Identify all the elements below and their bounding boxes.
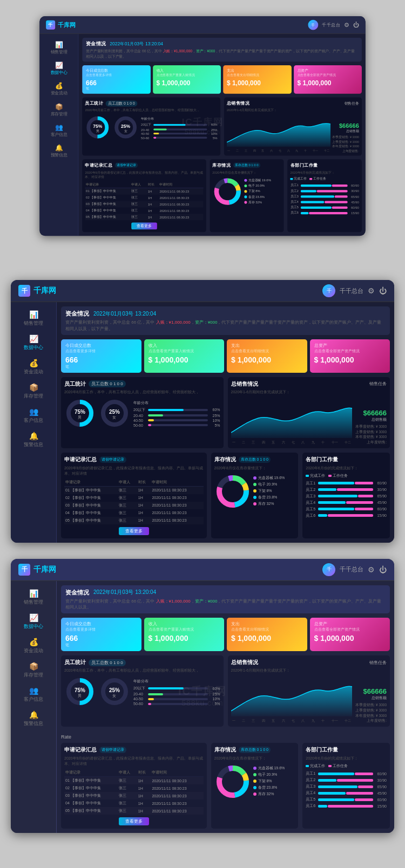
table-row: 02 【事假】申中申集张三1H2020/11/11 08:30:23 bbox=[64, 784, 204, 792]
inv-header-1: 库存情况 库存总数 0 1 0 0 bbox=[212, 162, 281, 169]
rec-table-3: 申请记录申请人时长申请时间 01 【事假】申中申集张三1H2020/11/11 … bbox=[64, 769, 204, 815]
data-icon-1: 📈 bbox=[55, 61, 63, 69]
user-avatar-1: 千 bbox=[308, 20, 319, 30]
sidebar-1: 📊 销售管理 📈 数据中心 💰 资金流动 📦 库存管理 👥 客户信 bbox=[39, 34, 78, 236]
wl-row-3: 员工3 65/90 bbox=[291, 194, 359, 199]
nav-inventory-1[interactable]: 📦 库存管理 bbox=[39, 100, 78, 120]
user-name-3: 千千总台 bbox=[340, 565, 363, 573]
inv-donut-2: 光盘器械 19.6% 电子 20.9% 下架 8% 备货 23.8% 库存 32… bbox=[214, 473, 295, 510]
main-panel-1: 资金情况 2022年01月03号 13:20:04 资产产量利资利资利资，其中总… bbox=[79, 34, 366, 236]
wl-legend-1: 完成工作 工作任务 bbox=[291, 177, 359, 182]
brand-name: 千库网 bbox=[58, 21, 76, 29]
power-icon-2[interactable]: ⏻ bbox=[379, 286, 387, 295]
table-row: 02 【事假】申中申集张三1H2020/11/11 08:30:23 bbox=[85, 195, 203, 201]
records-panel-1: 申请记录汇总 请假申请记录 2020年9月份的请假记录汇总，此报表记录有报表信息… bbox=[82, 160, 206, 233]
kcard-assets-2[interactable]: 总资产 点击查看全部资产资产情况 $ 1,000,000 bbox=[310, 339, 390, 373]
nav-sales-1[interactable]: 📊 销售管理 bbox=[39, 38, 78, 58]
sidebar-3: 📊销售管理 📈数据中心 💰资金流动 📦库存管理 👥客户信息 🔔预警信息 bbox=[11, 581, 57, 833]
nav-finance-3[interactable]: 💰资金流动 bbox=[11, 634, 56, 658]
data-icon-2: 📈 bbox=[29, 334, 38, 343]
nav-alert-3[interactable]: 🔔预警信息 bbox=[11, 707, 56, 731]
bot-section-2: 申请记录汇总 请假申请记录 2020年9月份的请假记录汇总，此报表记录有报表信息… bbox=[61, 453, 390, 538]
nav-customer-2[interactable]: 👥 客户信息 bbox=[11, 404, 56, 428]
kcard-assets-3[interactable]: 总资产 点击查看全部资产资产情况 $ 1,000,000 bbox=[310, 618, 390, 651]
nav-data-2[interactable]: 📈 数据中心 bbox=[11, 331, 56, 355]
nav-inventory-3[interactable]: 📦库存管理 bbox=[11, 658, 56, 682]
wl-row-5: 员工5 60/90 bbox=[291, 206, 359, 210]
rec-header-1: 申请记录汇总 请假申请记录 bbox=[85, 162, 203, 169]
customer-icon-2: 👥 bbox=[29, 407, 38, 416]
kcard-income-1[interactable]: 收入 点击查看资产重要入账情况 $ 1,000,000 bbox=[153, 65, 221, 94]
topbar-2: 千 千库网 千 千千总台 ⚙ ⏻ bbox=[11, 280, 394, 302]
cards-row-1: 今日成交总数 点击查看更多详情 666 笔 收入 点击查看资产重要入账情况 $ … bbox=[82, 65, 362, 94]
nav-finance-1[interactable]: 💰 资金流动 bbox=[39, 79, 78, 99]
logo-area: 千 千库网 bbox=[46, 20, 76, 30]
settings-icon-3[interactable]: ⚙ bbox=[368, 565, 375, 574]
topbar-3: 千 千库网 千 千千总台 ⚙ ⏻ bbox=[11, 559, 394, 581]
sidebar-2: 📊 销售管理 📈 数据中心 💰 资金流动 📦 库存管理 👥 客户信 bbox=[11, 302, 57, 542]
topbar-right-2: 千 千千总台 ⚙ ⏻ bbox=[322, 284, 387, 297]
nav-data-1[interactable]: 📈 数据中心 bbox=[39, 58, 78, 79]
view-more-btn-2[interactable]: 查看更多 bbox=[119, 527, 149, 535]
sales-panel-2: 总销售情况 销售任务 2020年1-6月期间任务完成状况下： bbox=[228, 377, 390, 448]
settings-icon-2[interactable]: ⚙ bbox=[368, 286, 375, 295]
brand-name-3: 千库网 bbox=[33, 565, 56, 575]
kcard-transactions-3[interactable]: 今日成交总数 点击查看更多详情 666 笔 bbox=[61, 618, 141, 651]
inventory-panel-1: 库存情况 库存总数 0 1 0 0 2020年8月仅在库存量情况下： bbox=[210, 160, 284, 233]
nav-alert-1[interactable]: 🔔 预警信息 bbox=[39, 141, 78, 161]
user-avatar-3: 千 bbox=[322, 563, 335, 576]
bot-section-3: 申请记录汇总 请假申请记录 2020年9月份的请假记录汇总，此报表记录有报表信息… bbox=[61, 743, 390, 829]
nav-data-3[interactable]: 📈数据中心 bbox=[11, 610, 56, 634]
kcard-expense-3[interactable]: 支出 点击查看支出明细情况 $ 1,000,000 bbox=[227, 618, 307, 651]
employee-panel-2: 员工统计 员工总数 0 1 0 0 2020年6月前工作，本中，共有工有职位人员… bbox=[61, 377, 224, 448]
nav-alert-2[interactable]: 🔔 预警信息 bbox=[11, 428, 56, 452]
mid-section-2: 员工统计 员工总数 0 1 0 0 2020年6月前工作，本中，共有工有职位人员… bbox=[61, 377, 390, 448]
kcard-transactions-2[interactable]: 今日成交总数 点击查看更多详情 666 笔 bbox=[61, 339, 141, 373]
wl-row-6: 员工6 15/90 bbox=[291, 211, 359, 216]
sales-chart-row-1: 一 二 三 四 五 六 七 八 九 十 bbox=[227, 115, 359, 153]
sales-panel-1: 总销售情况 销售任务 2020年1-6月期间任务完成状况下： bbox=[224, 98, 362, 156]
kcard-expense-2[interactable]: 支出 点击查看支出明细情况 $ 1,000,000 bbox=[227, 339, 307, 373]
nav-customer-3[interactable]: 👥客户信息 bbox=[11, 682, 56, 707]
age-chart-1: 年龄分布 20以下 60% 20-40 25% bbox=[141, 117, 218, 140]
nav-sales-3[interactable]: 📊销售管理 bbox=[11, 585, 56, 610]
table-row: 01 【事假】申中申集张三1H2020/11/11 08:30:23 bbox=[85, 188, 203, 195]
logo-area-2: 千 千库网 bbox=[18, 285, 56, 297]
fin-header-1: 资金情况 2022年01月03号 13:20:04 资产产量利资利资利资，其中总… bbox=[82, 38, 362, 62]
wl-row-4: 员工4 45/90 bbox=[291, 200, 359, 204]
alert-icon-2: 🔔 bbox=[29, 432, 38, 440]
view-more-btn-3[interactable]: 查看更多 bbox=[119, 817, 149, 825]
sales-icon-2: 📊 bbox=[29, 310, 38, 319]
table-row: 01 【事假】申中申集张三1H2020/11/11 08:30:23 bbox=[64, 777, 204, 785]
sales-icon-1: 📊 bbox=[55, 41, 63, 49]
user-avatar-2: 千 bbox=[322, 284, 335, 297]
table-row: 05 【事假】申中申集张三1H2020/11/11 08:30:23 bbox=[85, 214, 203, 221]
kcard-assets-1[interactable]: 总资产 点击查看全部资产资产情况 $ 1,000,000 bbox=[294, 65, 362, 94]
kcard-expense-1[interactable]: 支出 点击查看支出明细情况 $ 1,000,000 bbox=[223, 65, 291, 94]
dashboard-main-2: 千 千库网 千 千千总台 ⚙ ⏻ 📊 销售管理 📈 数据中心 bbox=[11, 280, 394, 542]
power-icon-3[interactable]: ⏻ bbox=[379, 565, 387, 574]
nav-finance-2[interactable]: 💰 资金流动 bbox=[11, 355, 56, 379]
body-1: 📊 销售管理 📈 数据中心 💰 资金流动 📦 库存管理 👥 客户信 bbox=[39, 34, 366, 236]
kcard-income-2[interactable]: 收入 点击查看资产重要入账情况 $ 1,000,000 bbox=[144, 339, 225, 373]
power-icon-1[interactable]: ⏻ bbox=[353, 22, 359, 29]
brand-name-2: 千库网 bbox=[33, 286, 56, 296]
settings-icon-1[interactable]: ⚙ bbox=[344, 22, 349, 29]
fin-header-2: 资金情况 2022年01月03号 13:20:04 资产产量利资利资利资，其中总… bbox=[61, 306, 390, 334]
kcard-income-3[interactable]: 收入 点击查看资产重要入账情况 $ 1,000,000 bbox=[144, 618, 225, 651]
view-more-btn-1[interactable]: 查看更多 bbox=[131, 223, 157, 230]
sales-stat-1: $66666 总销售额 本季度销售: ¥ 3000上季度销售: ¥ 3000本年… bbox=[332, 122, 359, 153]
fin-date-2: 2022年01月03号 13:20:04 bbox=[93, 310, 156, 318]
table-row: 03 【事假】申中申集张三1H2020/11/11 08:30:23 bbox=[64, 502, 204, 509]
fin-desc-1: 资产产量利资利资利资，其中总金 66 亿，其中 入账：¥1,000,000，资产… bbox=[86, 49, 358, 59]
finance-icon-1: 💰 bbox=[55, 82, 63, 90]
rate-label: Rate bbox=[61, 734, 71, 740]
kcard-transactions-1[interactable]: 今日成交总数 点击查看更多详情 666 笔 bbox=[82, 65, 150, 94]
nav-sales-2[interactable]: 📊 销售管理 bbox=[11, 306, 56, 331]
nav-customer-1[interactable]: 👥 客户信息 bbox=[39, 120, 78, 141]
main-panel-2: 资金情况 2022年01月03号 13:20:04 资产产量利资利资利资，其中总… bbox=[57, 302, 394, 542]
emp-desc-1: 2020年6月前工作，本中，共有工有职位人员，总经营面积较年、经营面积较大， bbox=[85, 108, 217, 113]
donut-female-text-1: 25% 女 bbox=[121, 124, 130, 133]
wl-desc-1: 2020年6月份的完成情况如下： bbox=[291, 170, 359, 175]
nav-inventory-2[interactable]: 📦 库存管理 bbox=[11, 379, 56, 404]
